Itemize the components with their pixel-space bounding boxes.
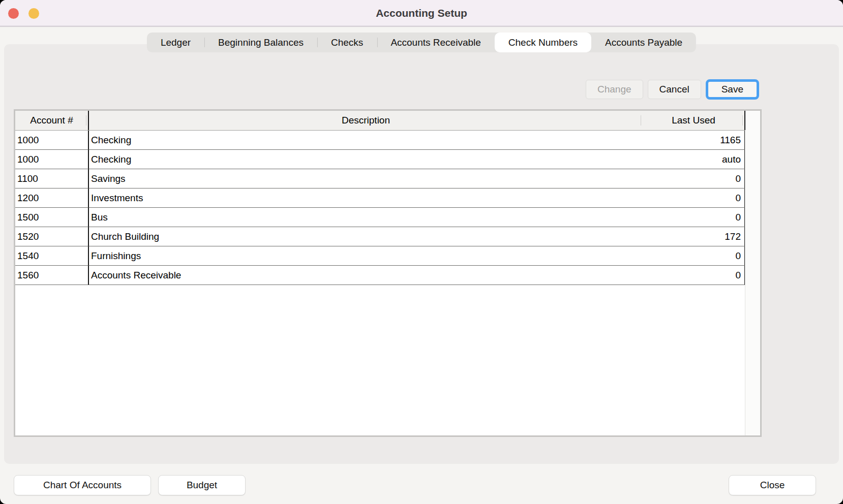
cancel-button[interactable]: Cancel bbox=[648, 80, 701, 99]
table-row[interactable]: 1500 Bus 0 bbox=[15, 208, 760, 227]
last-used-cell[interactable]: 0 bbox=[643, 169, 745, 188]
description-cell[interactable]: Checking bbox=[89, 150, 643, 169]
title-bar: Accounting Setup bbox=[0, 0, 843, 27]
account-cell[interactable]: 1000 bbox=[15, 131, 89, 150]
tab-beginning-balances[interactable]: Beginning Balances bbox=[204, 33, 317, 52]
last-used-cell[interactable]: auto bbox=[643, 150, 745, 169]
tab-checks[interactable]: Checks bbox=[317, 33, 377, 52]
description-cell[interactable]: Savings bbox=[89, 169, 643, 188]
close-button[interactable]: Close bbox=[729, 475, 816, 495]
account-cell[interactable]: 1200 bbox=[15, 188, 89, 208]
description-cell[interactable]: Accounts Receivable bbox=[89, 266, 643, 285]
tab-bar: Ledger Beginning Balances Checks Account… bbox=[147, 33, 696, 52]
table-row[interactable]: 1000 Checking auto bbox=[15, 150, 760, 169]
last-used-cell[interactable]: 0 bbox=[643, 246, 745, 266]
account-cell[interactable]: 1000 bbox=[15, 150, 89, 169]
table-row[interactable]: 1200 Investments 0 bbox=[15, 188, 760, 208]
chart-of-accounts-button[interactable]: Chart Of Accounts bbox=[14, 475, 151, 495]
tab-ledger[interactable]: Ledger bbox=[147, 33, 204, 52]
description-cell[interactable]: Church Building bbox=[89, 227, 643, 246]
description-cell[interactable]: Investments bbox=[89, 188, 643, 208]
check-numbers-table: Account # Description Last Used 1000 Che… bbox=[14, 109, 762, 437]
last-used-cell[interactable]: 1165 bbox=[643, 131, 745, 150]
account-cell[interactable]: 1500 bbox=[15, 208, 89, 227]
window-title: Accounting Setup bbox=[0, 0, 843, 26]
tab-check-numbers[interactable]: Check Numbers bbox=[495, 33, 591, 52]
table-row[interactable]: 1560 Accounts Receivable 0 bbox=[15, 266, 760, 285]
table-row[interactable]: 1540 Furnishings 0 bbox=[15, 246, 760, 266]
save-button[interactable]: Save bbox=[706, 79, 759, 100]
last-used-cell[interactable]: 0 bbox=[643, 266, 745, 285]
last-used-cell[interactable]: 172 bbox=[643, 227, 745, 246]
last-used-cell[interactable]: 0 bbox=[643, 208, 745, 227]
tab-accounts-payable[interactable]: Accounts Payable bbox=[591, 33, 696, 52]
table-header-row: Account # Description Last Used bbox=[15, 111, 760, 131]
table-row[interactable]: 1000 Checking 1165 bbox=[15, 131, 760, 150]
table-row[interactable]: 1520 Church Building 172 bbox=[15, 227, 760, 246]
column-header-spacer bbox=[745, 111, 760, 130]
description-cell[interactable]: Furnishings bbox=[89, 246, 643, 266]
tab-accounts-receivable[interactable]: Accounts Receivable bbox=[377, 33, 494, 52]
budget-button[interactable]: Budget bbox=[158, 475, 246, 495]
column-header-last-used[interactable]: Last Used bbox=[643, 111, 745, 130]
account-cell[interactable]: 1520 bbox=[15, 227, 89, 246]
column-header-description[interactable]: Description bbox=[89, 111, 643, 130]
action-button-row: Change Cancel Save bbox=[590, 79, 759, 100]
last-used-cell[interactable]: 0 bbox=[643, 188, 745, 208]
description-cell[interactable]: Checking bbox=[89, 131, 643, 150]
accounting-setup-window: Accounting Setup Ledger Beginning Balanc… bbox=[0, 0, 843, 504]
account-cell[interactable]: 1540 bbox=[15, 246, 89, 266]
vertical-scrollbar-track[interactable] bbox=[745, 130, 760, 435]
description-cell[interactable]: Bus bbox=[89, 208, 643, 227]
table-row[interactable]: 1100 Savings 0 bbox=[15, 169, 760, 188]
account-cell[interactable]: 1100 bbox=[15, 169, 89, 188]
change-button[interactable]: Change bbox=[586, 80, 643, 99]
column-header-account[interactable]: Account # bbox=[15, 111, 89, 130]
account-cell[interactable]: 1560 bbox=[15, 266, 89, 285]
